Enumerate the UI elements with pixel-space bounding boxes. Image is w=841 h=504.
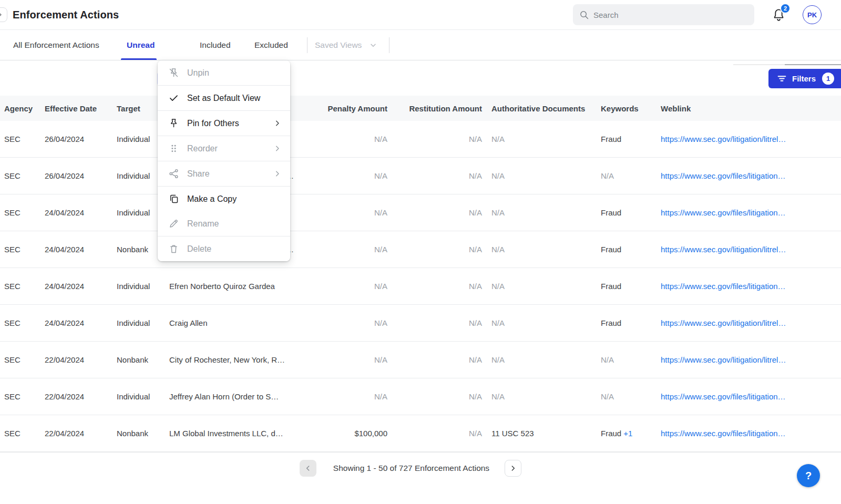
table-row[interactable]: SEC 24/04/2024 Nonbank … N/A N/A N/A Fra… <box>0 231 841 268</box>
table-row[interactable]: SEC 22/04/2024 Nonbank LM Global Investm… <box>0 415 841 452</box>
tab-all-enforcement-actions[interactable]: All Enforcement Actions <box>13 30 99 60</box>
search-box[interactable] <box>573 4 754 25</box>
column-header-authoritative-documents[interactable]: Authoritative Documents <box>482 104 591 113</box>
column-header-weblink[interactable]: Weblink <box>651 104 841 113</box>
cell-agency: SEC <box>0 282 45 291</box>
view-tab-bar: All Enforcement Actions Unread Included … <box>0 30 841 60</box>
cell-target-name: LM Global Investments LLC, d… <box>169 429 324 438</box>
cell-target: Individual <box>117 318 169 327</box>
cell-effective-date: 22/04/2024 <box>45 429 117 438</box>
cell-authoritative-documents: N/A <box>482 318 591 327</box>
table-row[interactable]: SEC 26/04/2024 Individual … N/A N/A N/A … <box>0 158 841 194</box>
menu-item-pin-for-others[interactable]: Pin for Others <box>158 111 290 136</box>
menu-item-reorder[interactable]: Reorder <box>158 136 290 161</box>
cell-keywords: N/A <box>591 392 651 401</box>
weblink[interactable]: https://www.sec.gov/files/litigation… <box>661 282 786 291</box>
cell-keywords: Fraud <box>591 135 651 143</box>
weblink[interactable]: https://www.sec.gov/files/litigation… <box>661 429 786 438</box>
menu-item-set-as-default-view[interactable]: Set as Default View <box>158 86 290 110</box>
tab-excluded[interactable]: Excluded <box>254 30 288 60</box>
cell-keywords: Fraud <box>591 245 651 254</box>
cell-effective-date: 24/04/2024 <box>45 245 117 254</box>
cell-restitution: N/A <box>387 208 482 217</box>
cell-keywords: Fraud <box>591 282 651 291</box>
tab-included[interactable]: Included <box>200 30 231 60</box>
column-header-agency[interactable]: Agency <box>0 104 45 113</box>
cell-weblink: https://www.sec.gov/litigation/litrel… <box>651 135 841 143</box>
cell-authoritative-documents: N/A <box>482 135 591 143</box>
next-page-button[interactable] <box>505 460 521 477</box>
weblink[interactable]: https://www.sec.gov/litigation/litrel… <box>661 318 786 327</box>
horizontal-scrollbar[interactable] <box>733 64 841 65</box>
cell-penalty: N/A <box>324 392 387 401</box>
cell-restitution: N/A <box>387 245 482 254</box>
weblink[interactable]: https://www.sec.gov/litigation/litrel… <box>661 135 786 143</box>
menu-item-delete[interactable]: Delete <box>158 236 290 261</box>
weblink[interactable]: https://www.sec.gov/files/litigation… <box>661 208 786 217</box>
cell-target: Nonbank <box>117 429 169 438</box>
cell-authoritative-documents: N/A <box>482 171 591 180</box>
scrollbar-thumb[interactable] <box>785 64 841 65</box>
table-row[interactable]: SEC 24/04/2024 Individual Craig Allen N/… <box>0 305 841 342</box>
cell-weblink: https://www.sec.gov/litigation/litrel… <box>651 318 841 327</box>
cell-authoritative-documents: N/A <box>482 355 591 364</box>
cell-effective-date: 26/04/2024 <box>45 135 117 143</box>
table-row[interactable]: SEC 24/04/2024 Individual Efren Norberto… <box>0 268 841 305</box>
search-input[interactable] <box>593 11 748 19</box>
previous-page-button[interactable] <box>300 460 316 477</box>
weblink[interactable]: https://www.sec.gov/files/litigation… <box>661 171 786 180</box>
cell-target-name: Craig Allen <box>169 318 324 327</box>
table-row[interactable]: SEC 24/04/2024 Individual N/A N/A N/A Fr… <box>0 194 841 231</box>
chevron-right-icon <box>509 464 517 472</box>
tab-unread[interactable]: Unread <box>127 30 155 60</box>
cell-penalty: N/A <box>324 355 387 364</box>
cell-agency: SEC <box>0 245 45 254</box>
cell-agency: SEC <box>0 135 45 143</box>
cell-target: Individual <box>117 282 169 291</box>
cell-restitution: N/A <box>387 171 482 180</box>
cell-authoritative-documents: 11 USC 523 <box>482 429 591 438</box>
filters-button[interactable]: Filters 1 <box>768 69 841 88</box>
menu-item-unpin[interactable]: Unpin <box>158 60 290 85</box>
cell-restitution: N/A <box>387 429 482 438</box>
keywords-more-badge[interactable]: +1 <box>623 429 632 438</box>
menu-item-rename[interactable]: Rename <box>158 211 290 236</box>
weblink[interactable]: https://www.sec.gov/litigation/litrel… <box>661 355 786 364</box>
cell-penalty: N/A <box>324 171 387 180</box>
table-row[interactable]: SEC 22/04/2024 Individual Jeffrey Alan H… <box>0 378 841 415</box>
cell-weblink: https://www.sec.gov/litigation/litrel… <box>651 355 841 364</box>
cell-penalty: N/A <box>324 318 387 327</box>
cell-penalty: N/A <box>324 245 387 254</box>
cell-effective-date: 24/04/2024 <box>45 318 117 327</box>
cell-weblink: https://www.sec.gov/files/litigation… <box>651 392 841 401</box>
notifications-button[interactable]: 2 <box>772 7 788 25</box>
enforcement-actions-table: Agency Effective Date Target Penalty Amo… <box>0 96 841 452</box>
cell-agency: SEC <box>0 208 45 217</box>
table-row[interactable]: SEC 22/04/2024 Nonbank City of Rochester… <box>0 342 841 378</box>
sidebar-expand-button[interactable] <box>0 7 7 22</box>
menu-item-make-a-copy[interactable]: Make a Copy <box>158 187 290 211</box>
cell-penalty: $100,000 <box>324 429 387 438</box>
saved-views-label: Saved Views <box>315 40 362 50</box>
column-header-effective-date[interactable]: Effective Date <box>45 104 117 113</box>
filter-icon <box>777 74 787 84</box>
saved-views-dropdown[interactable]: Saved Views <box>315 30 377 60</box>
help-button[interactable]: ? <box>797 464 820 487</box>
table-header-row: Agency Effective Date Target Penalty Amo… <box>0 96 841 121</box>
menu-item-share[interactable]: Share <box>158 161 290 186</box>
table-row[interactable]: SEC 26/04/2024 Individual N/A N/A N/A Fr… <box>0 121 841 158</box>
share-icon <box>168 168 179 179</box>
cell-keywords: N/A <box>591 171 651 180</box>
weblink[interactable]: https://www.sec.gov/files/litigation… <box>661 392 786 401</box>
tab-divider <box>307 37 307 53</box>
unpin-icon <box>168 67 179 78</box>
weblink[interactable]: https://www.sec.gov/litigation/litrel… <box>661 245 786 254</box>
column-header-keywords[interactable]: Keywords <box>591 104 651 113</box>
cell-restitution: N/A <box>387 135 482 143</box>
cell-authoritative-documents: N/A <box>482 282 591 291</box>
avatar[interactable]: PK <box>803 5 822 24</box>
column-header-penalty-amount[interactable]: Penalty Amount <box>324 104 387 113</box>
column-header-restitution-amount[interactable]: Restitution Amount <box>387 104 482 113</box>
notification-count-badge: 2 <box>780 3 791 14</box>
cell-agency: SEC <box>0 318 45 327</box>
